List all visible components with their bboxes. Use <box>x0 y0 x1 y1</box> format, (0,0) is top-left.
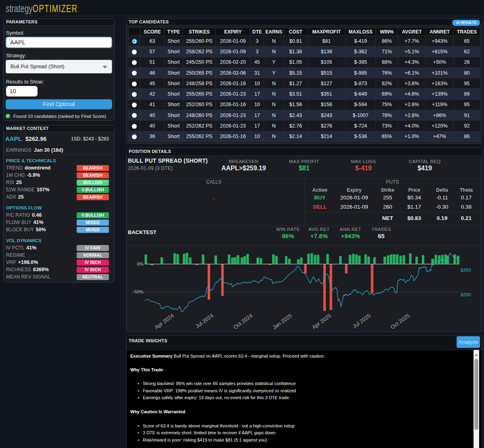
svg-text:$200: $200 <box>461 292 471 297</box>
svg-text:Apr 2025: Apr 2025 <box>311 312 332 330</box>
svg-text:Jul 2024: Jul 2024 <box>194 312 215 329</box>
svg-text:Oct 2025: Oct 2025 <box>390 312 411 330</box>
svg-text:Oct 2024: Oct 2024 <box>232 312 254 331</box>
svg-text:Apr 2024: Apr 2024 <box>154 312 175 331</box>
svg-text:$250: $250 <box>461 268 471 272</box>
svg-text:0%: 0% <box>137 262 144 266</box>
svg-text:Jan 2025: Jan 2025 <box>271 312 293 331</box>
svg-text:−50%: −50% <box>131 289 144 294</box>
svg-text:Jul 2025: Jul 2025 <box>352 312 372 329</box>
